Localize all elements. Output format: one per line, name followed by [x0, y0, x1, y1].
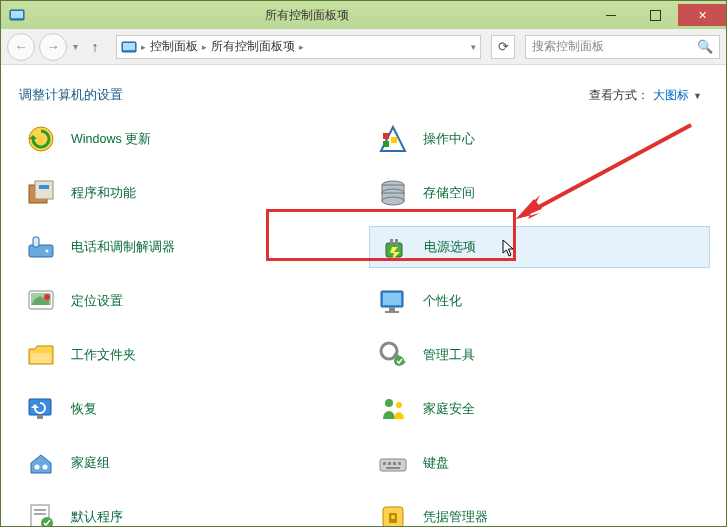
forward-button[interactable]: → [39, 33, 67, 61]
location-icon [25, 285, 57, 317]
window-controls [588, 4, 726, 26]
breadcrumb-seg-2[interactable]: 所有控制面板项 [207, 38, 299, 55]
item-admin-tools[interactable]: 管理工具 [369, 334, 711, 376]
svg-point-40 [35, 465, 40, 470]
svg-rect-19 [33, 237, 39, 247]
item-programs[interactable]: 程序和功能 [17, 172, 359, 214]
svg-rect-23 [395, 239, 398, 245]
item-label: 家庭组 [71, 455, 110, 472]
page-header: 调整计算机的设置 查看方式： 大图标 ▼ [1, 65, 726, 118]
item-work-folders[interactable]: 工作文件夹 [17, 334, 359, 376]
control-panel-icon [9, 7, 25, 23]
view-mode-link[interactable]: 大图标 [653, 87, 689, 104]
breadcrumb-seg-1[interactable]: 控制面板 [146, 38, 202, 55]
svg-rect-45 [393, 462, 396, 465]
svg-rect-30 [385, 311, 399, 313]
homegroup-icon [25, 447, 57, 479]
svg-rect-28 [383, 293, 401, 305]
window-title: 所有控制面板项 [25, 7, 588, 24]
power-options-icon [378, 231, 410, 263]
item-default-programs[interactable]: 默认程序 [17, 496, 359, 527]
keyboard-icon [377, 447, 409, 479]
svg-rect-47 [386, 467, 400, 469]
chevron-down-icon[interactable]: ▼ [693, 91, 702, 101]
view-mode-label: 查看方式： [589, 87, 649, 104]
personalization-icon [377, 285, 409, 317]
item-label: 程序和功能 [71, 185, 136, 202]
svg-point-41 [43, 465, 48, 470]
item-action-center[interactable]: 操作中心 [369, 118, 711, 160]
search-input[interactable]: 搜索控制面板 🔍 [525, 35, 720, 59]
item-family-safety[interactable]: 家庭安全 [369, 388, 711, 430]
svg-rect-46 [398, 462, 401, 465]
item-location[interactable]: 定位设置 [17, 280, 359, 322]
page-title: 调整计算机的设置 [19, 87, 123, 104]
back-button[interactable]: ← [7, 33, 35, 61]
svg-rect-22 [390, 239, 393, 245]
family-safety-icon [377, 393, 409, 425]
recovery-icon [25, 393, 57, 425]
item-windows-update[interactable]: Windows 更新 [17, 118, 359, 160]
titlebar: 所有控制面板项 [1, 1, 726, 29]
item-label: 凭据管理器 [423, 509, 488, 526]
svg-point-20 [46, 250, 49, 253]
item-label: 个性化 [423, 293, 462, 310]
history-dropdown-icon[interactable]: ▾ [71, 41, 80, 52]
svg-point-34 [394, 356, 404, 366]
item-label: 操作中心 [423, 131, 475, 148]
item-keyboard[interactable]: 键盘 [369, 442, 711, 484]
minimize-button[interactable] [588, 4, 633, 26]
item-storage[interactable]: 存储空间 [369, 172, 711, 214]
svg-rect-18 [29, 245, 53, 257]
navbar: ← → ▾ ↑ ▸ 控制面板 ▸ 所有控制面板项 ▸ ▾ ⟳ 搜索控制面板 🔍 [1, 29, 726, 65]
svg-rect-44 [388, 462, 391, 465]
item-label: Windows 更新 [71, 131, 151, 148]
chevron-down-icon[interactable]: ▾ [471, 42, 476, 52]
item-homegroup[interactable]: 家庭组 [17, 442, 359, 484]
svg-point-26 [44, 294, 50, 300]
close-button[interactable] [678, 4, 726, 26]
search-icon: 🔍 [697, 39, 713, 54]
svg-rect-7 [383, 133, 389, 139]
windows-update-icon [25, 123, 57, 155]
item-personalization[interactable]: 个性化 [369, 280, 711, 322]
breadcrumb[interactable]: ▸ 控制面板 ▸ 所有控制面板项 ▸ ▾ [116, 35, 481, 59]
svg-rect-29 [389, 307, 395, 311]
item-label: 键盘 [423, 455, 449, 472]
programs-icon [25, 177, 57, 209]
svg-point-39 [396, 402, 402, 408]
work-folders-icon [25, 339, 57, 371]
item-label: 电话和调制解调器 [71, 239, 175, 256]
item-label: 存储空间 [423, 185, 475, 202]
item-label: 默认程序 [71, 509, 123, 526]
svg-rect-8 [383, 141, 389, 147]
action-center-icon [377, 123, 409, 155]
svg-rect-50 [34, 513, 46, 515]
svg-rect-43 [383, 462, 386, 465]
item-label: 恢复 [71, 401, 97, 418]
item-credential-manager[interactable]: 凭据管理器 [369, 496, 711, 527]
svg-rect-49 [34, 509, 46, 511]
svg-rect-1 [11, 11, 23, 18]
svg-point-38 [385, 399, 393, 407]
maximize-button[interactable] [633, 4, 678, 26]
credential-manager-icon [377, 501, 409, 527]
up-button[interactable]: ↑ [84, 36, 106, 58]
svg-rect-9 [391, 137, 397, 143]
item-label: 电源选项 [424, 239, 476, 256]
item-power-options[interactable]: 电源选项 [369, 226, 711, 268]
item-label: 工作文件夹 [71, 347, 136, 364]
svg-rect-3 [123, 43, 135, 50]
refresh-button[interactable]: ⟳ [491, 35, 515, 59]
control-panel-items: Windows 更新 操作中心 程序和功能 存储空间 电话和调制解调器 电源选项 [1, 118, 726, 527]
storage-icon [377, 177, 409, 209]
phone-modem-icon [25, 231, 57, 263]
svg-rect-37 [37, 415, 43, 419]
svg-point-54 [391, 515, 395, 519]
item-recovery[interactable]: 恢复 [17, 388, 359, 430]
view-mode: 查看方式： 大图标 ▼ [589, 87, 702, 104]
svg-rect-12 [39, 185, 49, 189]
item-phone-modem[interactable]: 电话和调制解调器 [17, 226, 359, 268]
admin-tools-icon [377, 339, 409, 371]
item-label: 管理工具 [423, 347, 475, 364]
